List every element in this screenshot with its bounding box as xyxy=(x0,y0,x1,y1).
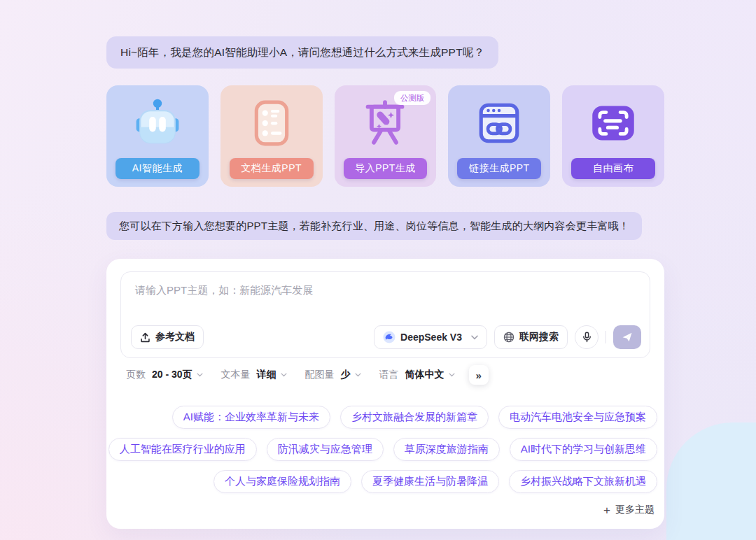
topic-input[interactable]: 请输入PPT主题，如：新能源汽车发展 参考文档 xyxy=(120,271,650,358)
image-amount-value: 少 xyxy=(341,369,351,381)
card-free-canvas[interactable]: 自由画布 xyxy=(562,85,664,187)
topic-suggestion[interactable]: 电动汽车电池安全与应急预案 xyxy=(498,406,657,429)
ai-ppt-generator-page: Hi~陌年，我是您的AI智能助理小A，请问您想通过什么方式来生成PPT呢？ AI… xyxy=(0,0,756,540)
topic-suggestion[interactable]: 乡村文旅融合发展的新篇章 xyxy=(340,406,489,429)
suggestion-row-3: 个人与家庭保险规划指南 夏季健康生活与防暑降温 乡村振兴战略下文旅新机遇 xyxy=(106,470,657,493)
language-setting[interactable]: 语言 简体中文 xyxy=(379,369,455,381)
model-name: DeepSeek V3 xyxy=(400,332,462,343)
reference-doc-label: 参考文档 xyxy=(155,331,195,343)
background-blue-blob xyxy=(666,422,756,540)
microphone-icon xyxy=(582,332,592,343)
generation-mode-cards: AI智能生成 文档生成PPT 公测版 xyxy=(106,85,664,187)
greeting-text: Hi~陌年，我是您的AI智能助理小A，请问您想通过什么方式来生成PPT呢？ xyxy=(120,45,484,60)
suggestion-row-2: 人工智能在医疗行业的应用 防汛减灾与应急管理 草原深度旅游指南 AI时代下的学习… xyxy=(106,438,657,461)
canvas-scan-icon xyxy=(562,85,664,157)
language-value: 简体中文 xyxy=(405,369,444,381)
generation-settings-row: 页数 20 - 30页 文本量 详细 配图量 少 语言 简体中文 » xyxy=(126,365,489,385)
card-doc-to-ppt[interactable]: 文档生成PPT xyxy=(220,85,323,187)
suggestion-row-1: AI赋能：企业效率革新与未来 乡村文旅融合发展的新篇章 电动汽车电池安全与应急预… xyxy=(106,406,657,429)
text-amount-setting[interactable]: 文本量 详细 xyxy=(221,369,287,381)
more-topics-button[interactable]: + 更多主题 xyxy=(603,504,654,516)
pages-value: 20 - 30页 xyxy=(152,369,192,381)
more-topics-label: 更多主题 xyxy=(615,504,654,516)
assistant-greeting-bubble: Hi~陌年，我是您的AI智能助理小A，请问您想通过什么方式来生成PPT呢？ xyxy=(106,36,498,69)
topic-suggestion[interactable]: 乡村振兴战略下文旅新机遇 xyxy=(509,470,657,493)
beta-badge: 公测版 xyxy=(394,91,431,105)
robot-icon xyxy=(106,85,209,157)
chevron-down-icon xyxy=(197,373,203,377)
text-amount-value: 详细 xyxy=(257,369,276,381)
topic-suggestion[interactable]: AI赋能：企业效率革新与未来 xyxy=(172,406,330,429)
topic-suggestion[interactable]: 夏季健康生活与防暑降温 xyxy=(361,470,499,493)
reference-doc-button[interactable]: 参考文档 xyxy=(131,325,204,349)
topic-input-placeholder: 请输入PPT主题，如：新能源汽车发展 xyxy=(135,284,313,297)
card-import-ppt[interactable]: 公测版 导入PPT生成 xyxy=(335,85,437,187)
send-plane-icon xyxy=(622,332,633,343)
text-amount-label: 文本量 xyxy=(221,369,251,381)
deepseek-logo-icon xyxy=(383,331,396,343)
more-settings-button[interactable]: » xyxy=(469,365,489,385)
chevron-down-icon xyxy=(449,373,455,377)
send-button[interactable] xyxy=(613,325,641,349)
web-search-button[interactable]: 联网搜索 xyxy=(494,325,568,349)
browser-link-icon xyxy=(448,85,550,157)
card-ai-generate[interactable]: AI智能生成 xyxy=(106,85,209,187)
topic-suggestion[interactable]: AI时代下的学习与创新思维 xyxy=(510,438,657,461)
composer-panel: 请输入PPT主题，如：新能源汽车发展 参考文档 xyxy=(106,259,664,529)
topic-suggestion[interactable]: 防汛减灾与应急管理 xyxy=(267,438,384,461)
toolbar-divider xyxy=(606,331,606,343)
microphone-button[interactable] xyxy=(575,325,598,349)
document-list-icon xyxy=(220,85,323,157)
upload-icon xyxy=(140,332,150,343)
pages-label: 页数 xyxy=(126,369,146,381)
hint-text: 您可以在下方输入您想要的PPT主题，若能补充行业、用途、岗位等信息，智能生成的大… xyxy=(119,220,629,233)
plus-icon: + xyxy=(603,504,610,516)
ai-generate-button[interactable]: AI智能生成 xyxy=(115,158,200,179)
doc-to-ppt-button[interactable]: 文档生成PPT xyxy=(230,158,314,179)
topic-suggestion[interactable]: 人工智能在医疗行业的应用 xyxy=(108,438,257,461)
chevron-down-icon xyxy=(471,335,478,340)
chevron-down-icon xyxy=(281,373,287,377)
free-canvas-button[interactable]: 自由画布 xyxy=(571,158,655,179)
globe-icon xyxy=(503,332,514,343)
pages-setting[interactable]: 页数 20 - 30页 xyxy=(126,369,203,381)
topic-suggestion[interactable]: 个人与家庭保险规划指南 xyxy=(214,470,351,493)
composer-toolbar: 参考文档 DeepSeek V3 xyxy=(131,325,641,350)
import-ppt-button[interactable]: 导入PPT生成 xyxy=(344,158,428,179)
link-to-ppt-button[interactable]: 链接生成PPT xyxy=(457,158,541,179)
topic-suggestion[interactable]: 草原深度旅游指南 xyxy=(393,438,500,461)
web-search-label: 联网搜索 xyxy=(519,331,559,343)
language-label: 语言 xyxy=(379,369,399,381)
chevron-down-icon xyxy=(355,373,361,377)
card-link-to-ppt[interactable]: 链接生成PPT xyxy=(448,85,550,187)
assistant-hint-bubble: 您可以在下方输入您想要的PPT主题，若能补充行业、用途、岗位等信息，智能生成的大… xyxy=(106,212,642,240)
composer-right-tools: DeepSeek V3 联网搜索 xyxy=(374,325,641,349)
image-amount-label: 配图量 xyxy=(305,369,335,381)
image-amount-setting[interactable]: 配图量 少 xyxy=(305,369,361,381)
model-selector[interactable]: DeepSeek V3 xyxy=(374,325,487,349)
